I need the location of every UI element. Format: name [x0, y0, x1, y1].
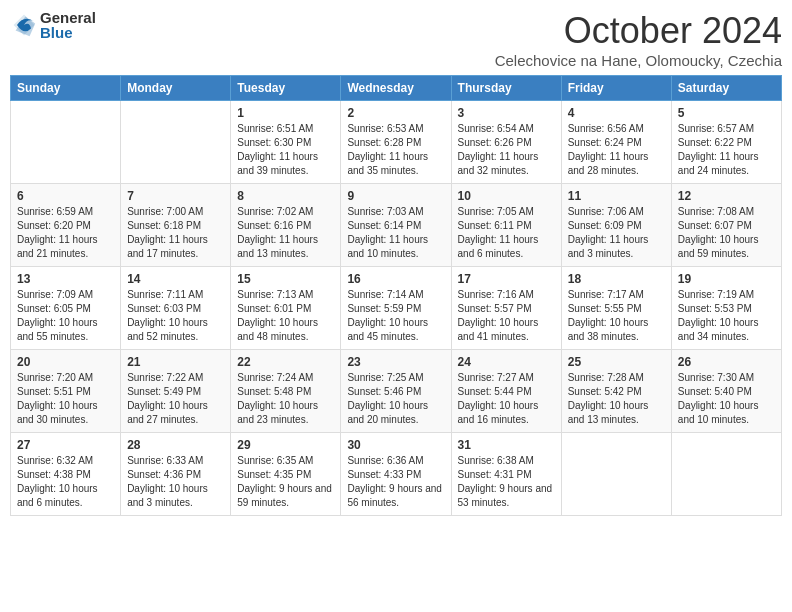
- day-info: Sunrise: 6:57 AMSunset: 6:22 PMDaylight:…: [678, 122, 775, 178]
- calendar-cell: 23 Sunrise: 7:25 AMSunset: 5:46 PMDaylig…: [341, 350, 451, 433]
- calendar-cell: 18 Sunrise: 7:17 AMSunset: 5:55 PMDaylig…: [561, 267, 671, 350]
- day-info: Sunrise: 7:16 AMSunset: 5:57 PMDaylight:…: [458, 288, 555, 344]
- calendar-week-3: 13 Sunrise: 7:09 AMSunset: 6:05 PMDaylig…: [11, 267, 782, 350]
- calendar-cell: 19 Sunrise: 7:19 AMSunset: 5:53 PMDaylig…: [671, 267, 781, 350]
- calendar-cell: [11, 101, 121, 184]
- calendar-cell: 20 Sunrise: 7:20 AMSunset: 5:51 PMDaylig…: [11, 350, 121, 433]
- day-info: Sunrise: 7:28 AMSunset: 5:42 PMDaylight:…: [568, 371, 665, 427]
- day-number: 6: [17, 189, 114, 203]
- day-info: Sunrise: 7:05 AMSunset: 6:11 PMDaylight:…: [458, 205, 555, 261]
- calendar-week-2: 6 Sunrise: 6:59 AMSunset: 6:20 PMDayligh…: [11, 184, 782, 267]
- calendar-cell: 25 Sunrise: 7:28 AMSunset: 5:42 PMDaylig…: [561, 350, 671, 433]
- day-number: 9: [347, 189, 444, 203]
- day-number: 7: [127, 189, 224, 203]
- weekday-header-monday: Monday: [121, 76, 231, 101]
- logo-text: General Blue: [40, 10, 96, 40]
- calendar-cell: 15 Sunrise: 7:13 AMSunset: 6:01 PMDaylig…: [231, 267, 341, 350]
- calendar-cell: 14 Sunrise: 7:11 AMSunset: 6:03 PMDaylig…: [121, 267, 231, 350]
- day-number: 28: [127, 438, 224, 452]
- calendar-cell: 10 Sunrise: 7:05 AMSunset: 6:11 PMDaylig…: [451, 184, 561, 267]
- day-number: 22: [237, 355, 334, 369]
- day-info: Sunrise: 6:51 AMSunset: 6:30 PMDaylight:…: [237, 122, 334, 178]
- weekday-header-thursday: Thursday: [451, 76, 561, 101]
- day-number: 5: [678, 106, 775, 120]
- calendar-cell: 16 Sunrise: 7:14 AMSunset: 5:59 PMDaylig…: [341, 267, 451, 350]
- calendar-cell: 4 Sunrise: 6:56 AMSunset: 6:24 PMDayligh…: [561, 101, 671, 184]
- calendar-cell: 24 Sunrise: 7:27 AMSunset: 5:44 PMDaylig…: [451, 350, 561, 433]
- calendar-cell: 11 Sunrise: 7:06 AMSunset: 6:09 PMDaylig…: [561, 184, 671, 267]
- day-number: 24: [458, 355, 555, 369]
- day-number: 12: [678, 189, 775, 203]
- day-info: Sunrise: 7:30 AMSunset: 5:40 PMDaylight:…: [678, 371, 775, 427]
- day-info: Sunrise: 7:17 AMSunset: 5:55 PMDaylight:…: [568, 288, 665, 344]
- calendar-cell: 26 Sunrise: 7:30 AMSunset: 5:40 PMDaylig…: [671, 350, 781, 433]
- day-number: 3: [458, 106, 555, 120]
- weekday-header-row: SundayMondayTuesdayWednesdayThursdayFrid…: [11, 76, 782, 101]
- calendar-cell: 27 Sunrise: 6:32 AMSunset: 4:38 PMDaylig…: [11, 433, 121, 516]
- day-info: Sunrise: 7:22 AMSunset: 5:49 PMDaylight:…: [127, 371, 224, 427]
- day-number: 10: [458, 189, 555, 203]
- calendar-week-1: 1 Sunrise: 6:51 AMSunset: 6:30 PMDayligh…: [11, 101, 782, 184]
- day-number: 29: [237, 438, 334, 452]
- month-title: October 2024: [495, 10, 782, 52]
- calendar-cell: 8 Sunrise: 7:02 AMSunset: 6:16 PMDayligh…: [231, 184, 341, 267]
- day-number: 21: [127, 355, 224, 369]
- weekday-header-wednesday: Wednesday: [341, 76, 451, 101]
- day-number: 8: [237, 189, 334, 203]
- day-info: Sunrise: 7:02 AMSunset: 6:16 PMDaylight:…: [237, 205, 334, 261]
- day-info: Sunrise: 6:35 AMSunset: 4:35 PMDaylight:…: [237, 454, 334, 510]
- calendar-cell: 28 Sunrise: 6:33 AMSunset: 4:36 PMDaylig…: [121, 433, 231, 516]
- day-number: 17: [458, 272, 555, 286]
- logo-icon: [10, 11, 38, 39]
- calendar-cell: 9 Sunrise: 7:03 AMSunset: 6:14 PMDayligh…: [341, 184, 451, 267]
- day-info: Sunrise: 7:14 AMSunset: 5:59 PMDaylight:…: [347, 288, 444, 344]
- calendar-cell: 17 Sunrise: 7:16 AMSunset: 5:57 PMDaylig…: [451, 267, 561, 350]
- calendar-cell: 6 Sunrise: 6:59 AMSunset: 6:20 PMDayligh…: [11, 184, 121, 267]
- day-number: 23: [347, 355, 444, 369]
- day-info: Sunrise: 6:32 AMSunset: 4:38 PMDaylight:…: [17, 454, 114, 510]
- day-number: 11: [568, 189, 665, 203]
- calendar-cell: 13 Sunrise: 7:09 AMSunset: 6:05 PMDaylig…: [11, 267, 121, 350]
- logo-general-text: General: [40, 10, 96, 25]
- day-info: Sunrise: 6:38 AMSunset: 4:31 PMDaylight:…: [458, 454, 555, 510]
- day-info: Sunrise: 7:25 AMSunset: 5:46 PMDaylight:…: [347, 371, 444, 427]
- weekday-header-sunday: Sunday: [11, 76, 121, 101]
- calendar-cell: 30 Sunrise: 6:36 AMSunset: 4:33 PMDaylig…: [341, 433, 451, 516]
- weekday-header-saturday: Saturday: [671, 76, 781, 101]
- weekday-header-tuesday: Tuesday: [231, 76, 341, 101]
- calendar-cell: 1 Sunrise: 6:51 AMSunset: 6:30 PMDayligh…: [231, 101, 341, 184]
- day-number: 15: [237, 272, 334, 286]
- day-info: Sunrise: 7:00 AMSunset: 6:18 PMDaylight:…: [127, 205, 224, 261]
- calendar-cell: 7 Sunrise: 7:00 AMSunset: 6:18 PMDayligh…: [121, 184, 231, 267]
- day-number: 14: [127, 272, 224, 286]
- calendar-cell: 12 Sunrise: 7:08 AMSunset: 6:07 PMDaylig…: [671, 184, 781, 267]
- day-info: Sunrise: 7:03 AMSunset: 6:14 PMDaylight:…: [347, 205, 444, 261]
- day-info: Sunrise: 7:06 AMSunset: 6:09 PMDaylight:…: [568, 205, 665, 261]
- day-info: Sunrise: 7:11 AMSunset: 6:03 PMDaylight:…: [127, 288, 224, 344]
- calendar-cell: 3 Sunrise: 6:54 AMSunset: 6:26 PMDayligh…: [451, 101, 561, 184]
- header: General Blue October 2024 Celechovice na…: [10, 10, 782, 69]
- day-info: Sunrise: 7:08 AMSunset: 6:07 PMDaylight:…: [678, 205, 775, 261]
- day-info: Sunrise: 6:53 AMSunset: 6:28 PMDaylight:…: [347, 122, 444, 178]
- calendar-cell: 22 Sunrise: 7:24 AMSunset: 5:48 PMDaylig…: [231, 350, 341, 433]
- day-info: Sunrise: 7:13 AMSunset: 6:01 PMDaylight:…: [237, 288, 334, 344]
- day-number: 16: [347, 272, 444, 286]
- day-number: 20: [17, 355, 114, 369]
- location-subtitle: Celechovice na Hane, Olomoucky, Czechia: [495, 52, 782, 69]
- day-number: 30: [347, 438, 444, 452]
- calendar-week-4: 20 Sunrise: 7:20 AMSunset: 5:51 PMDaylig…: [11, 350, 782, 433]
- day-number: 27: [17, 438, 114, 452]
- day-info: Sunrise: 7:20 AMSunset: 5:51 PMDaylight:…: [17, 371, 114, 427]
- day-number: 31: [458, 438, 555, 452]
- calendar-cell: 29 Sunrise: 6:35 AMSunset: 4:35 PMDaylig…: [231, 433, 341, 516]
- day-info: Sunrise: 6:56 AMSunset: 6:24 PMDaylight:…: [568, 122, 665, 178]
- calendar-cell: 21 Sunrise: 7:22 AMSunset: 5:49 PMDaylig…: [121, 350, 231, 433]
- calendar-cell: 31 Sunrise: 6:38 AMSunset: 4:31 PMDaylig…: [451, 433, 561, 516]
- calendar-cell: [671, 433, 781, 516]
- calendar-cell: [121, 101, 231, 184]
- calendar-cell: 2 Sunrise: 6:53 AMSunset: 6:28 PMDayligh…: [341, 101, 451, 184]
- day-info: Sunrise: 7:27 AMSunset: 5:44 PMDaylight:…: [458, 371, 555, 427]
- weekday-header-friday: Friday: [561, 76, 671, 101]
- title-block: October 2024 Celechovice na Hane, Olomou…: [495, 10, 782, 69]
- day-info: Sunrise: 6:36 AMSunset: 4:33 PMDaylight:…: [347, 454, 444, 510]
